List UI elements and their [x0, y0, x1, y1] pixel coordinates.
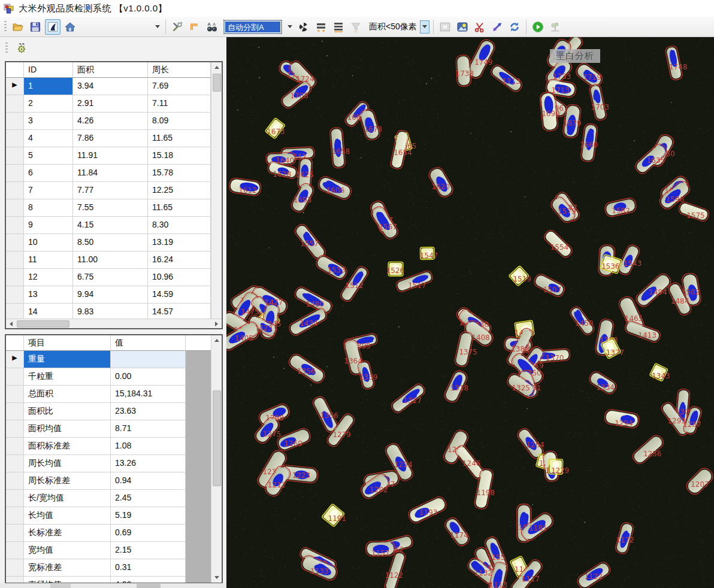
table-cell[interactable]: 2.15: [111, 542, 186, 559]
refresh-icon[interactable]: [507, 19, 522, 35]
row-selector[interactable]: [6, 455, 24, 472]
table-cell[interactable]: 千粒重: [24, 368, 111, 386]
grain-table-hscrollbar[interactable]: [6, 319, 222, 328]
table-cell[interactable]: 重量: [24, 351, 111, 368]
table-cell[interactable]: 11.65: [148, 199, 211, 217]
table-cell[interactable]: 12.25: [148, 182, 211, 199]
table-cell[interactable]: 16.24: [148, 251, 211, 269]
funnel-icon[interactable]: [348, 19, 364, 35]
find-binoculars-icon[interactable]: A A: [204, 19, 220, 35]
grain-table-vscrollbar[interactable]: [211, 62, 222, 328]
table-cell[interactable]: 4: [24, 130, 73, 147]
table-cell[interactable]: 4.22: [111, 577, 186, 583]
table-cell[interactable]: 4.15: [73, 217, 148, 234]
table-cell[interactable]: 3: [24, 113, 73, 130]
row-selector[interactable]: [6, 490, 24, 507]
stats-table-vscrollbar[interactable]: [211, 335, 222, 583]
table-cell[interactable]: 面积均值: [24, 420, 111, 438]
area-filter-dropdown-icon[interactable]: [420, 20, 429, 34]
row-selector[interactable]: [6, 542, 24, 559]
table-cell[interactable]: 直径均值: [24, 577, 111, 583]
table-cell[interactable]: 总面积: [24, 386, 111, 403]
row-selector[interactable]: ▶: [6, 351, 24, 368]
row-selector[interactable]: [6, 438, 24, 455]
row-selector[interactable]: [6, 147, 24, 165]
table-cell[interactable]: 2.91: [73, 95, 148, 113]
table-cell[interactable]: 7.86: [73, 130, 148, 147]
table-cell[interactable]: 7.55: [73, 199, 148, 217]
table-cell[interactable]: 8.71: [111, 420, 186, 438]
row-selector[interactable]: [6, 525, 24, 542]
table-cell[interactable]: 周长均值: [24, 455, 111, 472]
row-selector[interactable]: [6, 199, 24, 217]
folder-open-icon[interactable]: [10, 19, 26, 35]
row-selector[interactable]: [6, 403, 24, 420]
gear-icon[interactable]: [14, 41, 29, 56]
line-spacing-3-icon[interactable]: [331, 19, 346, 35]
segmentation-combobox[interactable]: 自动分割A: [224, 20, 282, 34]
row-selector[interactable]: [6, 95, 24, 113]
analysis-canvas[interactable]: [226, 37, 714, 588]
table-cell[interactable]: 6.75: [73, 269, 148, 286]
table-cell[interactable]: 2.45: [111, 490, 186, 507]
picture-frame-icon[interactable]: [437, 19, 453, 35]
segmentation-dropdown-icon[interactable]: [286, 20, 294, 34]
swap-diagonal-arrow-icon[interactable]: [489, 19, 505, 35]
column-header[interactable]: 周长: [148, 62, 211, 78]
table-cell[interactable]: 8: [24, 199, 73, 217]
table-cell[interactable]: 1.08: [111, 438, 186, 455]
table-cell[interactable]: 5.19: [111, 507, 186, 525]
table-cell[interactable]: 11.65: [148, 130, 211, 147]
scroll-thumb[interactable]: [213, 74, 221, 92]
table-cell[interactable]: 13.19: [148, 234, 211, 251]
table-cell[interactable]: 3.94: [73, 78, 148, 95]
run-play-icon[interactable]: [530, 19, 546, 35]
scroll-right-button[interactable]: [211, 319, 222, 329]
table-cell[interactable]: 0.31: [111, 559, 186, 577]
table-cell[interactable]: 0.00: [111, 368, 186, 386]
scroll-up-button[interactable]: [211, 62, 222, 72]
row-selector[interactable]: [6, 251, 24, 269]
overflow-dropdown-icon[interactable]: [153, 20, 162, 34]
row-selector[interactable]: ▶: [6, 78, 24, 95]
toolbar-grip[interactable]: [4, 21, 7, 33]
table-cell[interactable]: 13: [24, 286, 73, 304]
table-cell[interactable]: 11.00: [73, 251, 148, 269]
table-cell[interactable]: 宽均值: [24, 542, 111, 559]
table-cell[interactable]: [111, 351, 186, 368]
row-selector[interactable]: [6, 420, 24, 438]
table-cell[interactable]: 15,184.31: [111, 386, 186, 403]
scroll-left-button[interactable]: [6, 319, 16, 329]
scroll-up-button[interactable]: [211, 335, 222, 345]
column-header[interactable]: 面积: [73, 62, 148, 78]
table-cell[interactable]: 10.96: [148, 269, 211, 286]
home-icon[interactable]: [62, 19, 78, 35]
recycle-fan-icon[interactable]: [296, 19, 311, 35]
row-selector[interactable]: [6, 234, 24, 251]
row-selector[interactable]: [6, 507, 24, 525]
row-selector[interactable]: [6, 269, 24, 286]
table-cell[interactable]: 0.94: [111, 472, 186, 490]
column-header[interactable]: 值: [111, 335, 186, 351]
image-sun-icon[interactable]: [455, 19, 470, 35]
table-cell[interactable]: 10: [24, 234, 73, 251]
row-selector[interactable]: [6, 165, 24, 182]
scroll-thumb[interactable]: [17, 320, 69, 328]
save-icon[interactable]: [28, 19, 43, 35]
row-selector[interactable]: [6, 472, 24, 490]
table-cell[interactable]: 11: [24, 251, 73, 269]
scroll-down-button[interactable]: [211, 572, 222, 583]
row-selector[interactable]: [6, 559, 24, 577]
row-selector[interactable]: [6, 130, 24, 147]
table-cell[interactable]: 周长标准差: [24, 472, 111, 490]
table-cell[interactable]: 长标准差: [24, 525, 111, 542]
table-cell[interactable]: 7.77: [73, 182, 148, 199]
line-spacing-2-icon[interactable]: [313, 19, 329, 35]
table-cell[interactable]: 长均值: [24, 507, 111, 525]
table-cell[interactable]: 7.69: [148, 78, 211, 95]
column-header[interactable]: ID: [24, 62, 73, 78]
table-cell[interactable]: 面积标准差: [24, 438, 111, 455]
row-selector[interactable]: [6, 217, 24, 234]
table-cell[interactable]: 11.91: [73, 147, 148, 165]
table-cell[interactable]: 7.11: [148, 95, 211, 113]
